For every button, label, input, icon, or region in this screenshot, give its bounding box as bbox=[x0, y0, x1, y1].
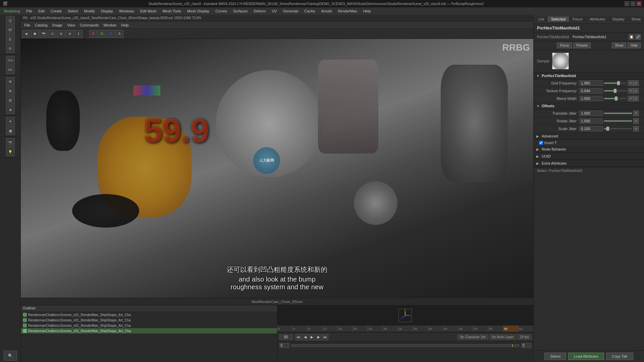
render-menu-view[interactable]: View bbox=[65, 22, 77, 28]
goto-start-btn[interactable]: ⏮ bbox=[296, 334, 302, 340]
menu-windows[interactable]: Windows bbox=[116, 8, 137, 14]
render-channel-r[interactable]: R bbox=[89, 30, 97, 38]
focus-button[interactable]: Focus bbox=[557, 43, 572, 48]
render-channel-b[interactable]: B bbox=[107, 30, 115, 38]
play-btn[interactable]: ▶ bbox=[309, 334, 315, 340]
render-info-btn[interactable]: ℹ bbox=[74, 30, 83, 38]
move-tool[interactable]: W bbox=[6, 25, 15, 34]
slider-handle[interactable] bbox=[615, 97, 618, 101]
select-tool[interactable]: Q bbox=[6, 16, 15, 25]
menu-display[interactable]: Display bbox=[98, 8, 116, 14]
scale-tool[interactable]: R bbox=[6, 44, 15, 53]
timeline-ruler[interactable]: 0 4 8 12 16 20 24 28 32 36 40 44 48 52 5… bbox=[277, 325, 534, 332]
menu-cache[interactable]: Cache bbox=[302, 8, 318, 14]
render-snap-btn[interactable]: 📷 bbox=[40, 30, 48, 38]
maximize-button[interactable]: □ bbox=[631, 1, 635, 6]
section-header-uuid[interactable]: ▶ UUID bbox=[534, 153, 644, 160]
attr-connect-btn[interactable]: ⊡ bbox=[633, 88, 639, 94]
grid-tool[interactable]: ⊞ bbox=[6, 96, 15, 105]
hide-button[interactable]: Hide bbox=[628, 43, 641, 48]
list-item[interactable]: RendermanChallenccScenes_v01_RenderMan_S… bbox=[21, 317, 277, 323]
menu-modeling[interactable]: Modeling bbox=[1, 8, 23, 14]
attr-slider-translate-jitter[interactable] bbox=[604, 113, 632, 114]
render-channel-g[interactable]: G bbox=[98, 30, 106, 38]
list-item[interactable]: RendermanChallenccScenes_v01_RenderMan_S… bbox=[21, 323, 277, 328]
menu-meshtools[interactable]: Mesh Tools bbox=[160, 8, 184, 14]
attr-reset-btn[interactable]: ↺ bbox=[628, 96, 633, 101]
attr-reset-btn[interactable]: ↺ bbox=[628, 88, 633, 94]
attr-input-rotate-jitter[interactable] bbox=[579, 118, 603, 124]
render-menu-window[interactable]: Window bbox=[101, 22, 118, 28]
tab-attributes[interactable]: Attributes bbox=[586, 16, 608, 22]
presets-button[interactable]: Presets bbox=[573, 43, 591, 48]
section-header-offsets[interactable]: ▼ Offsets bbox=[534, 103, 644, 110]
frame-counter[interactable]: 60 bbox=[279, 335, 293, 340]
slider-handle[interactable] bbox=[606, 127, 609, 131]
tab-display[interactable]: Display bbox=[609, 16, 628, 22]
section-header-node-behavior[interactable]: ▶ Node Behavior bbox=[534, 146, 644, 153]
render-stop-btn[interactable]: ⏹ bbox=[31, 30, 39, 38]
menu-surfaces[interactable]: Surfaces bbox=[230, 8, 250, 14]
display-btn[interactable]: Dis bbox=[6, 65, 15, 74]
tab-focus[interactable]: Focus bbox=[569, 16, 586, 22]
attr-input-scale-jitter[interactable] bbox=[579, 126, 603, 131]
menu-help[interactable]: Help bbox=[361, 8, 374, 14]
copy-tab-button[interactable]: Copy Tab bbox=[606, 353, 633, 360]
list-item[interactable]: RendermanChallenccScenes_v01_RenderMan_S… bbox=[21, 312, 277, 317]
snap-tool[interactable]: ⊕ bbox=[6, 77, 15, 86]
render-play-btn[interactable]: ◀ bbox=[22, 30, 30, 38]
attr-input-texture-freq[interactable] bbox=[579, 88, 603, 94]
copy-node-btn[interactable]: 📋 bbox=[629, 34, 634, 40]
attr-reset-btn[interactable]: ↺ bbox=[628, 80, 633, 86]
render-zoom-fit[interactable]: ⊡ bbox=[48, 30, 56, 38]
render-menu-file[interactable]: File bbox=[22, 22, 32, 28]
invert-t-checkbox[interactable] bbox=[539, 141, 543, 145]
menu-create[interactable]: Create bbox=[48, 8, 64, 14]
render-zoom-out[interactable]: ⊗ bbox=[66, 30, 74, 38]
section-header-advanced[interactable]: ▶ Advanced bbox=[534, 133, 644, 140]
prev-frame-btn[interactable]: ◀ bbox=[302, 334, 308, 340]
menu-file[interactable]: File bbox=[23, 8, 35, 14]
attr-reset-btn[interactable]: ↺ bbox=[633, 118, 639, 124]
attr-slider-scale-jitter[interactable] bbox=[604, 128, 632, 129]
lasso-tool[interactable]: ◈ bbox=[6, 105, 15, 114]
menu-modify[interactable]: Modify bbox=[82, 8, 98, 14]
attr-input-grid-freq[interactable] bbox=[579, 80, 603, 86]
camera-tool[interactable]: 📷 bbox=[6, 138, 15, 147]
attr-slider-grid-freq[interactable] bbox=[604, 82, 627, 84]
section-header-main[interactable]: ▼ PxrHexTileManifold bbox=[534, 72, 644, 79]
render-menu-help[interactable]: Help bbox=[119, 22, 131, 28]
menu-deform[interactable]: Deform bbox=[251, 8, 268, 14]
tab-show[interactable]: Show bbox=[628, 16, 644, 22]
select-button[interactable]: Select bbox=[544, 353, 566, 360]
soft-tool[interactable]: ▣ bbox=[6, 126, 15, 135]
slider-handle[interactable] bbox=[617, 81, 620, 85]
paint-tool[interactable]: ✦ bbox=[6, 117, 15, 126]
show-button[interactable]: Show bbox=[612, 43, 626, 48]
menu-renderman[interactable]: RenderMan bbox=[335, 8, 360, 14]
render-menu-image[interactable]: Image bbox=[50, 22, 65, 28]
attr-connect-btn[interactable]: ⊡ bbox=[633, 80, 639, 86]
attr-reset-btn[interactable]: ↺ bbox=[633, 111, 639, 116]
light-tool[interactable]: 💡 bbox=[6, 147, 15, 156]
minimize-button[interactable]: ─ bbox=[625, 1, 629, 6]
load-attributes-button[interactable]: Load Attributes bbox=[568, 353, 604, 360]
goto-end-btn[interactable]: ⏭ bbox=[322, 334, 328, 340]
menu-generate[interactable]: Generate bbox=[280, 8, 301, 14]
menu-edit[interactable]: Edit bbox=[36, 8, 47, 14]
char-set-btn[interactable]: No Character Set bbox=[458, 335, 488, 340]
close-button[interactable]: ✕ bbox=[637, 1, 641, 6]
attr-slider-rotate-jitter[interactable] bbox=[604, 120, 632, 122]
link-node-btn[interactable]: 🔗 bbox=[635, 34, 641, 40]
slider-handle[interactable] bbox=[614, 89, 616, 93]
rotate-tool[interactable]: E bbox=[6, 35, 15, 44]
section-header-extra-attrs[interactable]: ▶ Extra Attributes bbox=[534, 160, 644, 167]
search-tool[interactable]: 🔍 bbox=[4, 351, 17, 361]
tab-list[interactable]: List bbox=[535, 16, 547, 22]
attr-input-translate-jitter[interactable] bbox=[579, 111, 603, 116]
anim-layer-btn[interactable]: No Anim Layer bbox=[489, 335, 516, 340]
menu-arnold[interactable]: Arnold bbox=[318, 8, 334, 14]
menu-curves[interactable]: Curves bbox=[213, 8, 230, 14]
next-frame-btn[interactable]: ▶ bbox=[316, 334, 322, 340]
tab-selected[interactable]: Selected bbox=[548, 16, 569, 22]
